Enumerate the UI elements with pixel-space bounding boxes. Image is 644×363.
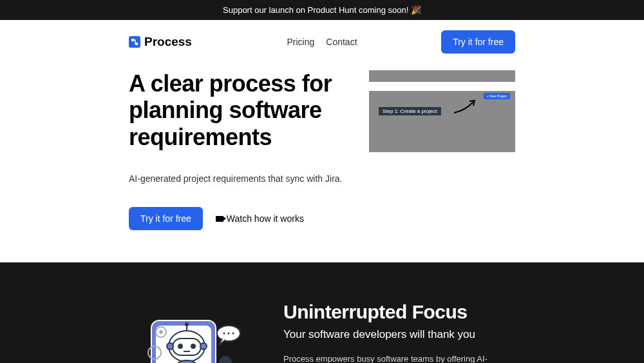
svg-point-22 (228, 333, 230, 335)
svg-point-5 (159, 330, 163, 334)
hero-title: A clear process for planning software re… (129, 70, 343, 150)
svg-point-23 (232, 333, 234, 335)
main-nav: Pricing Contact (287, 37, 357, 47)
svg-point-13 (200, 343, 207, 349)
focus-section: Uninterrupted Focus Your software develo… (0, 262, 644, 363)
try-free-button[interactable]: Try it for free (441, 30, 515, 54)
robot-illustration (129, 301, 251, 363)
demo-arrow-icon (453, 99, 478, 115)
demo-toolbar (369, 82, 515, 91)
svg-point-12 (167, 343, 173, 349)
banner-text: Support our launch on Product Hunt comin… (223, 5, 421, 15)
logo-text: Process (144, 35, 192, 49)
focus-title: Uninterrupted Focus (283, 301, 515, 323)
hero-demo-image: + New Project Step 1: Create a project (369, 70, 515, 152)
demo-step-label: Step 1: Create a project (379, 107, 441, 115)
svg-rect-8 (173, 338, 201, 355)
hero-content: A clear process for planning software re… (129, 70, 343, 230)
svg-point-10 (191, 344, 196, 349)
hero-subtitle: AI-generated project requirements that s… (129, 173, 343, 184)
svg-point-9 (178, 344, 183, 349)
header: Process Pricing Contact Try it for free (0, 20, 644, 64)
focus-subtitle: Your software developers will thank you (283, 328, 515, 341)
svg-point-24 (219, 356, 232, 363)
svg-rect-0 (131, 39, 134, 41)
focus-text: Process empowers busy software teams by … (283, 353, 515, 363)
hero-section: A clear process for planning software re… (0, 64, 644, 262)
nav-pricing[interactable]: Pricing (287, 37, 314, 47)
watch-video-button[interactable]: Watch how it works (216, 213, 304, 224)
watch-label: Watch how it works (227, 213, 304, 224)
logo[interactable]: Process (129, 35, 192, 49)
demo-new-project-button: + New Project (484, 93, 510, 99)
hero-actions: Try it for free Watch how it works (129, 207, 343, 230)
hero-try-free-button[interactable]: Try it for free (129, 207, 203, 230)
announcement-banner: Support our launch on Product Hunt comin… (0, 0, 644, 20)
focus-content: Uninterrupted Focus Your software develo… (283, 301, 515, 363)
svg-point-21 (223, 333, 225, 335)
nav-contact[interactable]: Contact (326, 37, 357, 47)
svg-point-15 (185, 322, 189, 326)
logo-icon (129, 36, 140, 48)
video-icon (216, 216, 223, 222)
